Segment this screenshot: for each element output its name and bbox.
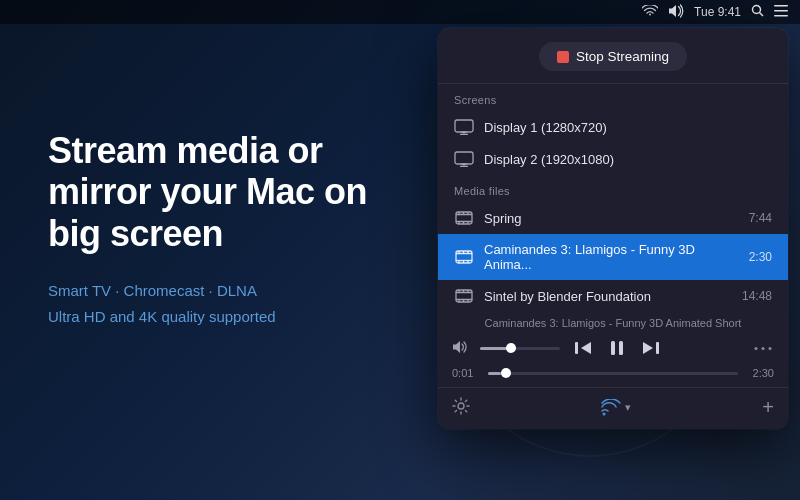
svg-rect-8 bbox=[455, 120, 473, 132]
menubar-menu-icon bbox=[774, 5, 788, 20]
svg-point-50 bbox=[762, 347, 765, 350]
stop-streaming-bar: Stop Streaming bbox=[438, 28, 788, 84]
svg-point-52 bbox=[458, 403, 464, 409]
spring-label: Spring bbox=[484, 211, 739, 226]
sintel-duration: 14:48 bbox=[742, 289, 772, 303]
svg-marker-47 bbox=[643, 342, 653, 354]
cast-dropdown-arrow: ▾ bbox=[625, 401, 631, 414]
media-item-spring[interactable]: Spring 7:44 bbox=[438, 202, 788, 234]
sub-features: Smart TV · Chromecast · DLNA Ultra HD an… bbox=[48, 278, 388, 329]
left-content-area: Stream media or mirror your Mac on big s… bbox=[48, 130, 388, 329]
film-icon-caminandes bbox=[454, 249, 474, 265]
monitor-icon bbox=[454, 119, 474, 135]
cast-button[interactable]: ▾ bbox=[601, 399, 631, 417]
media-section-label: Media files bbox=[438, 175, 788, 202]
sintel-label: Sintel by Blender Foundation bbox=[484, 289, 732, 304]
svg-rect-44 bbox=[575, 342, 578, 354]
pause-button[interactable] bbox=[606, 337, 628, 359]
volume-slider[interactable] bbox=[480, 347, 560, 350]
menubar-time: Tue 9:41 bbox=[694, 5, 741, 19]
svg-line-4 bbox=[760, 13, 764, 17]
display-2-label: Display 2 (1920x1080) bbox=[484, 152, 772, 167]
progress-thumb bbox=[501, 368, 511, 378]
volume-icon bbox=[452, 340, 468, 357]
bottom-toolbar: ▾ + bbox=[438, 387, 788, 429]
svg-rect-5 bbox=[774, 5, 788, 7]
svg-rect-48 bbox=[656, 342, 659, 354]
features-line2: Ultra HD and 4K quality supported bbox=[48, 304, 388, 330]
spring-duration: 7:44 bbox=[749, 211, 772, 225]
playback-controls bbox=[438, 333, 788, 365]
screens-section-label: Screens bbox=[438, 84, 788, 111]
menu-bar: Tue 9:41 bbox=[0, 0, 800, 24]
svg-marker-43 bbox=[581, 342, 591, 354]
menubar-search-icon bbox=[751, 4, 764, 20]
progress-bar[interactable] bbox=[488, 372, 738, 375]
time-current: 0:01 bbox=[452, 367, 480, 379]
monitor-icon-2 bbox=[454, 151, 474, 167]
media-item-caminandes[interactable]: Caminandes 3: Llamigos - Funny 3D Anima.… bbox=[438, 234, 788, 280]
features-line1: Smart TV · Chromecast · DLNA bbox=[48, 278, 388, 304]
skip-forward-button[interactable] bbox=[640, 338, 662, 358]
svg-rect-6 bbox=[774, 10, 788, 12]
progress-row: 0:01 2:30 bbox=[438, 365, 788, 387]
display-2-item[interactable]: Display 2 (1920x1080) bbox=[438, 143, 788, 175]
now-playing-label: Caminandes 3: Llamigos - Funny 3D Animat… bbox=[438, 312, 788, 333]
svg-rect-7 bbox=[774, 15, 788, 17]
display-1-item[interactable]: Display 1 (1280x720) bbox=[438, 111, 788, 143]
svg-point-49 bbox=[755, 347, 758, 350]
display-1-label: Display 1 (1280x720) bbox=[484, 120, 772, 135]
settings-button[interactable] bbox=[452, 397, 470, 419]
progress-fill bbox=[488, 372, 501, 375]
svg-point-3 bbox=[753, 6, 761, 14]
skip-back-button[interactable] bbox=[572, 338, 594, 358]
time-total: 2:30 bbox=[746, 367, 774, 379]
main-headline: Stream media or mirror your Mac on big s… bbox=[48, 130, 388, 254]
media-item-sintel[interactable]: Sintel by Blender Foundation 14:48 bbox=[438, 280, 788, 312]
svg-rect-45 bbox=[611, 341, 615, 355]
caminandes-duration: 2:30 bbox=[749, 250, 772, 264]
menubar-volume-icon bbox=[668, 4, 684, 21]
stop-streaming-label: Stop Streaming bbox=[576, 49, 669, 64]
add-media-button[interactable]: + bbox=[762, 396, 774, 419]
menubar-wifi-icon bbox=[642, 5, 658, 20]
volume-thumb bbox=[506, 343, 516, 353]
film-icon-sintel bbox=[454, 288, 474, 304]
svg-point-51 bbox=[769, 347, 772, 350]
stop-streaming-button[interactable]: Stop Streaming bbox=[539, 42, 687, 71]
stop-dot-icon bbox=[557, 51, 569, 63]
more-options-button[interactable] bbox=[752, 344, 774, 353]
svg-rect-12 bbox=[455, 152, 473, 164]
svg-rect-46 bbox=[619, 341, 623, 355]
popup-panel: Stop Streaming Screens Display 1 (1280x7… bbox=[438, 28, 788, 429]
svg-point-53 bbox=[603, 412, 606, 415]
caminandes-label: Caminandes 3: Llamigos - Funny 3D Anima.… bbox=[484, 242, 739, 272]
film-icon-spring bbox=[454, 210, 474, 226]
